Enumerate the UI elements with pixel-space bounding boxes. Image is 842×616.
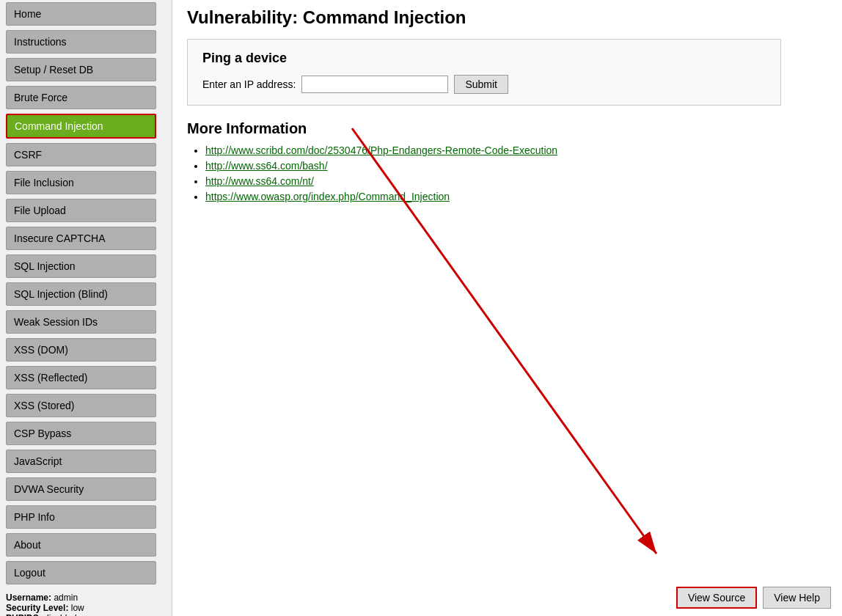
link-scribd[interactable]: http://www.scribd.com/doc/2530476/Php-En… [205, 144, 557, 156]
link-ss64-nt[interactable]: http://www.ss64.com/nt/ [205, 175, 314, 187]
sidebar-item-dvwa-security[interactable]: DVWA Security [6, 477, 156, 501]
sidebar-item-xss-dom[interactable]: XSS (DOM) [6, 338, 156, 362]
sidebar-item-insecure-captcha[interactable]: Insecure CAPTCHA [6, 227, 156, 250]
sidebar-item-sql-injection[interactable]: SQL Injection [6, 254, 156, 278]
sidebar-item-xss-stored[interactable]: XSS (Stored) [6, 394, 156, 417]
link-owasp[interactable]: https://www.owasp.org/index.php/Command_… [205, 191, 450, 202]
sidebar-item-command-injection[interactable]: Command Injection [6, 114, 156, 139]
sidebar-item-sql-injection-blind[interactable]: SQL Injection (Blind) [6, 282, 156, 306]
phpids-value: disabled [44, 613, 77, 616]
security-label: Security Level: [6, 603, 68, 613]
ping-heading: Ping a device [202, 51, 766, 66]
sidebar-item-csp-bypass[interactable]: CSP Bypass [6, 422, 156, 445]
username-value: admin [54, 593, 78, 603]
phpids-label: PHPIDS: [6, 613, 42, 616]
list-item: http://www.ss64.com/bash/ [205, 160, 827, 172]
view-help-button[interactable]: View Help [763, 587, 831, 609]
ping-form: Enter an IP address: Submit [202, 75, 766, 94]
sidebar-item-home[interactable]: Home [6, 2, 156, 26]
sidebar-item-php-info[interactable]: PHP Info [6, 505, 156, 529]
sidebar-item-about[interactable]: About [6, 533, 156, 557]
link-ss64-bash[interactable]: http://www.ss64.com/bash/ [205, 160, 328, 172]
sidebar-item-xss-reflected[interactable]: XSS (Reflected) [6, 366, 156, 389]
username-label: Username: [6, 593, 51, 603]
list-item: http://www.ss64.com/nt/ [205, 175, 827, 187]
sidebar-item-javascript[interactable]: JavaScript [6, 450, 156, 473]
sidebar-item-logout[interactable]: Logout [6, 561, 156, 584]
ping-section: Ping a device Enter an IP address: Submi… [187, 39, 781, 106]
sidebar-item-csrf[interactable]: CSRF [6, 143, 156, 166]
ip-label: Enter an IP address: [202, 78, 296, 90]
main-content: Vulnerability: Command Injection Ping a … [172, 0, 842, 616]
sidebar-user-info: Username: admin Security Level: low PHPI… [0, 587, 172, 616]
sidebar-item-setup-reset-db[interactable]: Setup / Reset DB [6, 58, 156, 81]
list-item: http://www.scribd.com/doc/2530476/Php-En… [205, 144, 827, 156]
security-value: low [71, 603, 84, 613]
more-info-links: http://www.scribd.com/doc/2530476/Php-En… [187, 144, 827, 202]
page-title: Vulnerability: Command Injection [187, 7, 827, 28]
bottom-buttons: View Source View Help [676, 587, 831, 609]
sidebar-item-file-upload[interactable]: File Upload [6, 199, 156, 222]
sidebar-item-instructions[interactable]: Instructions [6, 30, 156, 54]
sidebar-item-brute-force[interactable]: Brute Force [6, 86, 156, 109]
ip-input[interactable] [301, 76, 448, 93]
sidebar-item-weak-session-ids[interactable]: Weak Session IDs [6, 310, 156, 334]
more-info-section: More Information http://www.scribd.com/d… [187, 120, 827, 202]
list-item: https://www.owasp.org/index.php/Command_… [205, 191, 827, 202]
sidebar: Home Instructions Setup / Reset DB Brute… [0, 0, 172, 616]
view-source-button[interactable]: View Source [676, 587, 757, 609]
sidebar-item-file-inclusion[interactable]: File Inclusion [6, 171, 156, 194]
more-info-heading: More Information [187, 120, 827, 137]
submit-button[interactable]: Submit [454, 75, 508, 94]
